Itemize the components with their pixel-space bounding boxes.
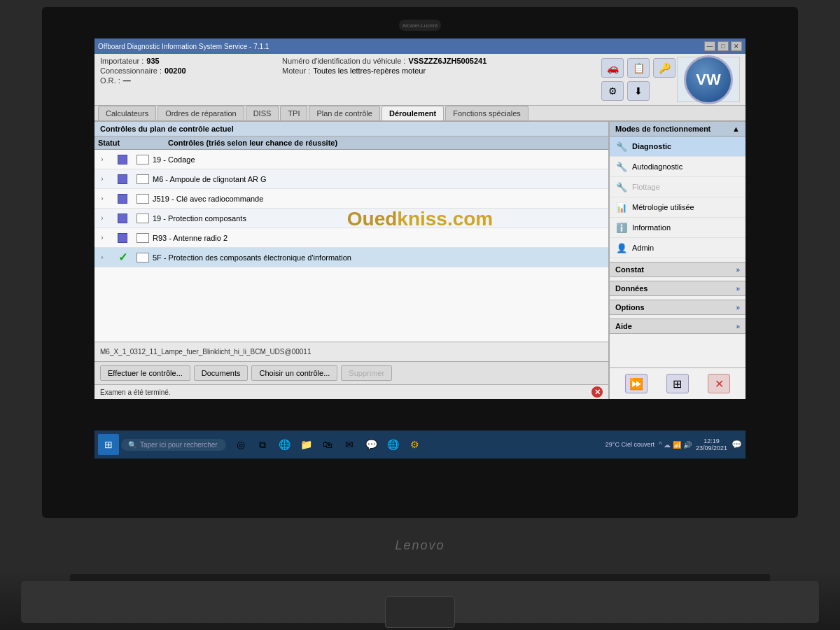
tab-fonctions[interactable]: Fonctions spéciales (445, 106, 528, 120)
buttons-bar: Effectuer le contrôle... Documents Chois… (94, 361, 608, 384)
main-content: Contrôles du plan de contrôle actuel Sta… (94, 122, 746, 399)
vw-logo-area: VW (677, 57, 740, 102)
donnees-arrow: » (736, 285, 740, 293)
taskbar-right: 29°C Ciel couvert ^ ☁ 📶 🔊 12:19 23/09/20… (606, 438, 742, 451)
row-checkbox-4[interactable] (136, 214, 149, 223)
table-row[interactable]: › J519 - Clé avec radiocommande (94, 189, 608, 209)
mode-admin-label: Admin (632, 244, 654, 252)
taskbar-icon-browser2[interactable]: 🌐 (384, 435, 402, 454)
screen-bezel: Alcatel-Lucent Offboard Diagnostic Infor… (42, 7, 798, 518)
taskbar-icon-app[interactable]: ⚙ (405, 435, 424, 454)
row-checkbox-2[interactable] (136, 174, 149, 184)
constat-label: Constat (615, 265, 644, 274)
row-status-6: ✓ (108, 251, 136, 264)
search-bar[interactable]: 🔍 Taper ici pour rechercher (121, 439, 226, 451)
grid-button[interactable]: ⊞ (666, 374, 689, 393)
mode-autodiagnostic-label: Autodiagnostic (632, 162, 682, 171)
row-checkbox-5[interactable] (136, 233, 149, 243)
right-panel: Modes de fonctionnement ▲ 🔧 Diagnostic 🔧… (609, 122, 746, 399)
choisir-button[interactable]: Choisir un contrôle... (251, 365, 337, 381)
close-x-button[interactable]: ✕ (708, 374, 730, 393)
or-label: O.R. : (100, 76, 120, 85)
mode-admin[interactable]: 👤 Admin (610, 238, 746, 258)
tabs-bar: Calculateurs Ordres de réparation DISS T… (94, 106, 746, 122)
constat-header[interactable]: Constat » (610, 262, 746, 277)
table-row[interactable]: › 19 - Protection composants (94, 209, 608, 228)
key-icon[interactable]: 🔑 (653, 58, 676, 78)
car-icon-1[interactable]: 🚗 (601, 58, 624, 78)
status-indicator-2 (118, 174, 127, 184)
taskbar-icon-edge[interactable]: 🌐 (275, 435, 293, 454)
close-button[interactable]: ✕ (731, 41, 742, 51)
concessionnaire-label: Concessionnaire : (100, 66, 162, 75)
mode-flottage: 🔧 Flottage (610, 177, 746, 197)
maximize-button[interactable]: □ (718, 41, 729, 51)
row-checkbox-1[interactable] (136, 155, 149, 164)
vin-row: Numéro d'identification du véhicule : VS… (282, 57, 600, 65)
effectuer-button[interactable]: Effectuer le contrôle... (100, 365, 190, 381)
start-button[interactable]: ⊞ (98, 434, 119, 455)
app-status-text: Examen a été terminé. (100, 388, 171, 396)
table-row[interactable]: › R93 - Antenne radio 2 (94, 228, 608, 248)
car-icons-row2: ⚙ ⬇ (601, 81, 676, 101)
taskbar-icon-mail[interactable]: ✉ (340, 435, 358, 454)
tab-diss[interactable]: DISS (246, 106, 279, 120)
table-row[interactable]: › ✓ 5F - Protection des composants élect… (94, 248, 608, 267)
brand-label: Lenovo (395, 538, 444, 553)
taskbar-icon-taskview[interactable]: ⧉ (253, 435, 272, 454)
car-icons-area: 🚗 📋 🔑 ⚙ ⬇ (600, 57, 677, 102)
tab-tpi[interactable]: TPI (280, 106, 307, 120)
minimize-button[interactable]: — (704, 41, 715, 51)
options-header[interactable]: Options » (610, 300, 746, 315)
information-icon: ℹ️ (615, 221, 628, 234)
tab-deroulement[interactable]: Déroulement (382, 106, 444, 120)
car-icon-2[interactable]: 📋 (627, 58, 650, 78)
tab-calculateurs[interactable]: Calculateurs (98, 106, 156, 120)
modes-arrow: ▲ (732, 125, 740, 133)
mode-information-label: Information (632, 223, 671, 232)
donnees-header[interactable]: Données » (610, 281, 746, 296)
tab-plan[interactable]: Plan de contrôle (309, 106, 380, 120)
supprimer-button[interactable]: Supprimer (341, 365, 392, 381)
time-display: 12:19 (704, 438, 720, 444)
concessionnaire-value: 00200 (164, 66, 186, 75)
date-display: 23/09/2021 (696, 444, 727, 451)
window-title: Offboard Diagnostic Information System S… (98, 43, 269, 50)
mode-diagnostic[interactable]: 🔧 Diagnostic (610, 136, 746, 157)
vin-value: VSSZZZ6JZH5005241 (408, 57, 486, 65)
path-status-bar: M6_X_1_0312_11_Lampe_fuer_Blinklicht_hi_… (94, 342, 608, 361)
status-check-6: ✓ (118, 251, 127, 264)
row-status-4 (108, 214, 136, 223)
row-checkbox-3[interactable] (136, 194, 149, 204)
tab-ordres[interactable]: Ordres de réparation (158, 106, 244, 120)
table-row[interactable]: › M6 - Ampoule de clignotant AR G (94, 169, 608, 189)
taskbar-icon-cortana[interactable]: ◎ (232, 435, 250, 454)
diagnostic-icon: 🔧 (615, 140, 628, 153)
mode-information[interactable]: ℹ️ Information (610, 218, 746, 238)
taskbar-icon-skype[interactable]: 💬 (362, 435, 380, 454)
laptop-body: Alcatel-Lucent Offboard Diagnostic Infor… (0, 0, 840, 630)
download-icon-btn[interactable]: ⬇ (627, 81, 650, 101)
section-title: Contrôles du plan de contrôle actuel (94, 122, 608, 136)
moteur-value: Toutes les lettres-repères moteur (313, 66, 426, 75)
forward-button[interactable]: ⏩ (625, 374, 648, 393)
taskbar-icon-explorer[interactable]: 📁 (297, 435, 315, 454)
header-left: Importateur : 935 Concessionnaire : 0020… (100, 57, 282, 85)
col-controles-header: Contrôles (triés selon leur chance de ré… (168, 139, 605, 147)
documents-button[interactable]: Documents (194, 365, 248, 381)
laptop-base (21, 581, 819, 623)
status-indicator-1 (118, 155, 127, 164)
mode-metrologie[interactable]: 📊 Métrologie utilisée (610, 197, 746, 218)
aide-header[interactable]: Aide » (610, 318, 746, 334)
row-label-2: M6 - Ampoule de clignotant AR G (153, 175, 605, 183)
settings-icon-btn[interactable]: ⚙ (601, 81, 624, 101)
notification-icon[interactable]: 💬 (732, 440, 742, 449)
trackpad[interactable] (385, 596, 455, 628)
row-checkbox-6[interactable] (136, 253, 149, 262)
mode-autodiagnostic[interactable]: 🔧 Autodiagnostic (610, 157, 746, 177)
mode-metrologie-label: Métrologie utilisée (632, 203, 694, 211)
taskbar-icon-store[interactable]: 🛍 (318, 435, 337, 454)
modes-header: Modes de fonctionnement ▲ (610, 122, 746, 136)
or-value: — (123, 76, 131, 85)
table-row[interactable]: › 19 - Codage (94, 150, 608, 169)
